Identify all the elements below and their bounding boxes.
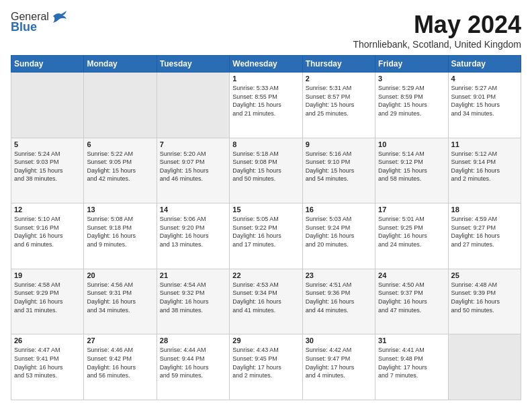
day-detail: Sunrise: 4:59 AM Sunset: 9:27 PM Dayligh… bbox=[451, 215, 518, 248]
day-number: 21 bbox=[160, 271, 226, 279]
day-header-friday: Friday bbox=[375, 56, 448, 73]
day-number: 23 bbox=[306, 271, 372, 279]
day-number: 27 bbox=[87, 336, 153, 345]
day-number: 18 bbox=[451, 205, 518, 214]
day-number: 1 bbox=[232, 75, 299, 83]
calendar-day-10: 10Sunrise: 5:14 AM Sunset: 9:12 PM Dayli… bbox=[375, 138, 448, 203]
calendar-day-8: 8Sunrise: 5:18 AM Sunset: 9:08 PM Daylig… bbox=[230, 138, 302, 203]
calendar-day-24: 24Sunrise: 4:50 AM Sunset: 9:37 PM Dayli… bbox=[375, 269, 448, 334]
calendar-day-11: 11Sunrise: 5:12 AM Sunset: 9:14 PM Dayli… bbox=[448, 138, 521, 203]
day-number: 3 bbox=[378, 75, 445, 83]
day-number: 4 bbox=[451, 75, 518, 83]
day-header-thursday: Thursday bbox=[302, 56, 375, 73]
day-detail: Sunrise: 4:51 AM Sunset: 9:36 PM Dayligh… bbox=[306, 281, 372, 314]
day-number: 7 bbox=[160, 140, 226, 148]
calendar-empty-cell bbox=[11, 73, 84, 138]
calendar-week-row: 19Sunrise: 4:58 AM Sunset: 9:29 PM Dayli… bbox=[11, 269, 521, 334]
calendar-day-16: 16Sunrise: 5:03 AM Sunset: 9:24 PM Dayli… bbox=[302, 203, 375, 269]
day-detail: Sunrise: 4:58 AM Sunset: 9:29 PM Dayligh… bbox=[14, 281, 81, 314]
calendar-day-29: 29Sunrise: 4:43 AM Sunset: 9:45 PM Dayli… bbox=[230, 334, 302, 400]
calendar-day-6: 6Sunrise: 5:22 AM Sunset: 9:05 PM Daylig… bbox=[84, 138, 157, 203]
day-detail: Sunrise: 5:01 AM Sunset: 9:25 PM Dayligh… bbox=[378, 215, 445, 248]
day-number: 29 bbox=[232, 336, 299, 345]
calendar-day-4: 4Sunrise: 5:27 AM Sunset: 9:01 PM Daylig… bbox=[448, 73, 521, 138]
calendar-day-31: 31Sunrise: 4:41 AM Sunset: 9:48 PM Dayli… bbox=[375, 334, 448, 400]
calendar-day-3: 3Sunrise: 5:29 AM Sunset: 8:59 PM Daylig… bbox=[375, 73, 448, 138]
day-detail: Sunrise: 4:44 AM Sunset: 9:44 PM Dayligh… bbox=[160, 346, 226, 379]
day-header-monday: Monday bbox=[84, 56, 157, 73]
calendar-day-5: 5Sunrise: 5:24 AM Sunset: 9:03 PM Daylig… bbox=[11, 138, 84, 203]
calendar-empty-cell bbox=[84, 73, 157, 138]
day-number: 30 bbox=[306, 336, 372, 345]
day-detail: Sunrise: 5:27 AM Sunset: 9:01 PM Dayligh… bbox=[451, 84, 518, 118]
day-detail: Sunrise: 5:14 AM Sunset: 9:12 PM Dayligh… bbox=[378, 150, 445, 183]
day-detail: Sunrise: 5:08 AM Sunset: 9:18 PM Dayligh… bbox=[87, 215, 153, 248]
day-detail: Sunrise: 5:05 AM Sunset: 9:22 PM Dayligh… bbox=[232, 215, 299, 248]
calendar-week-row: 5Sunrise: 5:24 AM Sunset: 9:03 PM Daylig… bbox=[11, 138, 521, 203]
calendar-empty-cell bbox=[157, 73, 229, 138]
day-detail: Sunrise: 5:10 AM Sunset: 9:16 PM Dayligh… bbox=[14, 215, 81, 248]
day-detail: Sunrise: 4:47 AM Sunset: 9:41 PM Dayligh… bbox=[14, 346, 81, 379]
day-number: 14 bbox=[160, 205, 226, 214]
day-detail: Sunrise: 4:54 AM Sunset: 9:32 PM Dayligh… bbox=[160, 281, 226, 314]
day-detail: Sunrise: 4:41 AM Sunset: 9:48 PM Dayligh… bbox=[378, 346, 445, 379]
day-number: 5 bbox=[14, 140, 81, 148]
calendar-week-row: 1Sunrise: 5:33 AM Sunset: 8:55 PM Daylig… bbox=[11, 73, 521, 138]
day-number: 2 bbox=[306, 75, 372, 83]
calendar-day-13: 13Sunrise: 5:08 AM Sunset: 9:18 PM Dayli… bbox=[84, 203, 157, 269]
day-detail: Sunrise: 5:20 AM Sunset: 9:07 PM Dayligh… bbox=[160, 150, 226, 183]
calendar-day-12: 12Sunrise: 5:10 AM Sunset: 9:16 PM Dayli… bbox=[11, 203, 84, 269]
day-detail: Sunrise: 5:16 AM Sunset: 9:10 PM Dayligh… bbox=[306, 150, 372, 183]
calendar-day-30: 30Sunrise: 4:42 AM Sunset: 9:47 PM Dayli… bbox=[302, 334, 375, 400]
calendar-day-25: 25Sunrise: 4:48 AM Sunset: 9:39 PM Dayli… bbox=[448, 269, 521, 334]
day-detail: Sunrise: 5:22 AM Sunset: 9:05 PM Dayligh… bbox=[87, 150, 153, 183]
day-number: 13 bbox=[87, 205, 153, 214]
day-header-wednesday: Wednesday bbox=[230, 56, 302, 73]
calendar-empty-cell bbox=[448, 334, 521, 400]
calendar-week-row: 12Sunrise: 5:10 AM Sunset: 9:16 PM Dayli… bbox=[11, 203, 521, 269]
calendar-week-row: 26Sunrise: 4:47 AM Sunset: 9:41 PM Dayli… bbox=[11, 334, 521, 400]
day-number: 11 bbox=[451, 140, 518, 148]
day-detail: Sunrise: 5:12 AM Sunset: 9:14 PM Dayligh… bbox=[451, 150, 518, 183]
day-detail: Sunrise: 5:29 AM Sunset: 8:59 PM Dayligh… bbox=[378, 84, 445, 118]
calendar-day-27: 27Sunrise: 4:46 AM Sunset: 9:42 PM Dayli… bbox=[84, 334, 157, 400]
month-title: May 2024 bbox=[353, 11, 521, 39]
day-number: 28 bbox=[160, 336, 226, 345]
logo-blue-text: Blue bbox=[11, 20, 37, 34]
day-number: 26 bbox=[14, 336, 81, 345]
day-detail: Sunrise: 5:24 AM Sunset: 9:03 PM Dayligh… bbox=[14, 150, 81, 183]
day-number: 31 bbox=[378, 336, 445, 345]
day-header-sunday: Sunday bbox=[11, 56, 84, 73]
day-header-tuesday: Tuesday bbox=[157, 56, 229, 73]
day-number: 25 bbox=[451, 271, 518, 279]
calendar-header-row: SundayMondayTuesdayWednesdayThursdayFrid… bbox=[11, 56, 521, 73]
header: General Blue May 2024 Thornliebank, Scot… bbox=[11, 11, 521, 50]
day-number: 10 bbox=[378, 140, 445, 148]
calendar-day-23: 23Sunrise: 4:51 AM Sunset: 9:36 PM Dayli… bbox=[302, 269, 375, 334]
day-detail: Sunrise: 5:18 AM Sunset: 9:08 PM Dayligh… bbox=[232, 150, 299, 183]
day-detail: Sunrise: 4:53 AM Sunset: 9:34 PM Dayligh… bbox=[232, 281, 299, 314]
calendar-day-15: 15Sunrise: 5:05 AM Sunset: 9:22 PM Dayli… bbox=[230, 203, 302, 269]
day-number: 22 bbox=[232, 271, 299, 279]
day-detail: Sunrise: 5:06 AM Sunset: 9:20 PM Dayligh… bbox=[160, 215, 226, 248]
calendar-day-20: 20Sunrise: 4:56 AM Sunset: 9:31 PM Dayli… bbox=[84, 269, 157, 334]
day-number: 15 bbox=[232, 205, 299, 214]
day-detail: Sunrise: 4:43 AM Sunset: 9:45 PM Dayligh… bbox=[232, 346, 299, 379]
day-number: 19 bbox=[14, 271, 81, 279]
logo-bird-icon bbox=[52, 11, 66, 23]
calendar-day-7: 7Sunrise: 5:20 AM Sunset: 9:07 PM Daylig… bbox=[157, 138, 229, 203]
calendar-day-17: 17Sunrise: 5:01 AM Sunset: 9:25 PM Dayli… bbox=[375, 203, 448, 269]
day-detail: Sunrise: 4:56 AM Sunset: 9:31 PM Dayligh… bbox=[87, 281, 153, 314]
calendar-day-18: 18Sunrise: 4:59 AM Sunset: 9:27 PM Dayli… bbox=[448, 203, 521, 269]
logo: General Blue bbox=[11, 11, 66, 34]
day-detail: Sunrise: 5:33 AM Sunset: 8:55 PM Dayligh… bbox=[232, 84, 299, 118]
day-detail: Sunrise: 5:31 AM Sunset: 8:57 PM Dayligh… bbox=[306, 84, 372, 118]
calendar-day-1: 1Sunrise: 5:33 AM Sunset: 8:55 PM Daylig… bbox=[230, 73, 302, 138]
calendar-day-21: 21Sunrise: 4:54 AM Sunset: 9:32 PM Dayli… bbox=[157, 269, 229, 334]
day-header-saturday: Saturday bbox=[448, 56, 521, 73]
day-detail: Sunrise: 4:50 AM Sunset: 9:37 PM Dayligh… bbox=[378, 281, 445, 314]
calendar-day-26: 26Sunrise: 4:47 AM Sunset: 9:41 PM Dayli… bbox=[11, 334, 84, 400]
calendar-day-22: 22Sunrise: 4:53 AM Sunset: 9:34 PM Dayli… bbox=[230, 269, 302, 334]
day-number: 6 bbox=[87, 140, 153, 148]
day-detail: Sunrise: 4:42 AM Sunset: 9:47 PM Dayligh… bbox=[306, 346, 372, 379]
